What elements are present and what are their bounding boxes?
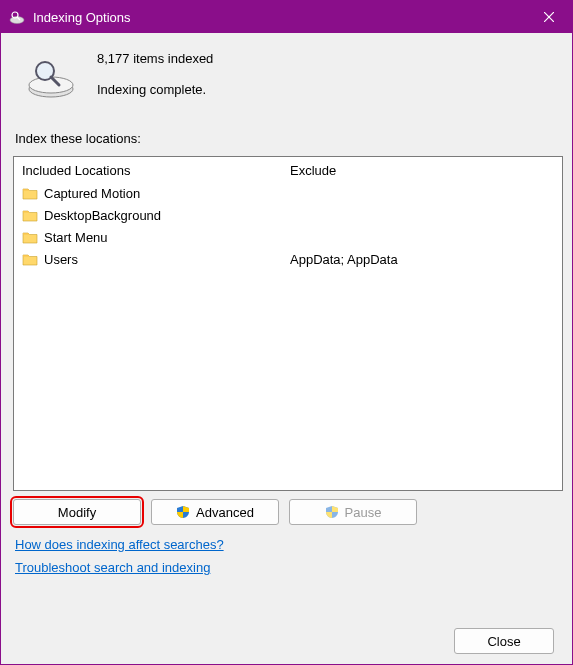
titlebar: Indexing Options <box>1 1 572 33</box>
pause-label: Pause <box>345 505 382 520</box>
list-item[interactable]: Users <box>20 248 276 270</box>
folder-icon <box>22 208 38 222</box>
list-item[interactable]: Captured Motion <box>20 182 276 204</box>
included-column: Included Locations Captured Motion Deskt… <box>14 157 282 490</box>
close-action-button[interactable]: Close <box>454 628 554 654</box>
status-text: 8,177 items indexed Indexing complete. <box>97 49 213 97</box>
modify-label: Modify <box>58 505 96 520</box>
exclude-cell <box>288 182 556 204</box>
indexing-state: Indexing complete. <box>97 82 213 97</box>
close-icon <box>544 12 554 22</box>
advanced-button[interactable]: Advanced <box>151 499 279 525</box>
items-indexed-count: 8,177 items indexed <box>97 51 213 66</box>
location-name: Users <box>44 252 78 267</box>
bottom-row: Close <box>11 620 562 656</box>
svg-point-6 <box>29 77 73 93</box>
location-name: DesktopBackground <box>44 208 161 223</box>
exclude-header: Exclude <box>288 161 556 182</box>
advanced-label: Advanced <box>196 505 254 520</box>
exclude-cell <box>288 226 556 248</box>
exclude-column: Exclude AppData; AppData <box>282 157 562 490</box>
exclude-cell: AppData; AppData <box>288 248 556 270</box>
close-label: Close <box>487 634 520 649</box>
how-indexing-link[interactable]: How does indexing affect searches? <box>15 537 224 552</box>
locations-list[interactable]: Included Locations Captured Motion Deskt… <box>13 156 563 491</box>
button-row: Modify Advanced Pause <box>13 499 562 525</box>
pause-button: Pause <box>289 499 417 525</box>
folder-icon <box>22 186 38 200</box>
indexing-icon <box>9 9 25 25</box>
locations-label: Index these locations: <box>15 131 562 146</box>
search-drive-icon <box>25 53 77 101</box>
included-header: Included Locations <box>20 161 276 182</box>
location-name: Captured Motion <box>44 186 140 201</box>
indexing-options-window: Indexing Options 8,177 items indexed Ind… <box>0 0 573 665</box>
list-item[interactable]: DesktopBackground <box>20 204 276 226</box>
troubleshoot-link[interactable]: Troubleshoot search and indexing <box>15 560 210 575</box>
help-links: How does indexing affect searches? Troub… <box>15 537 562 583</box>
shield-icon <box>325 505 339 519</box>
shield-icon <box>176 505 190 519</box>
folder-icon <box>22 230 38 244</box>
list-item[interactable]: Start Menu <box>20 226 276 248</box>
folder-icon <box>22 252 38 266</box>
modify-button[interactable]: Modify <box>13 499 141 525</box>
location-name: Start Menu <box>44 230 108 245</box>
exclude-cell <box>288 204 556 226</box>
status-row: 8,177 items indexed Indexing complete. <box>25 49 562 101</box>
window-title: Indexing Options <box>33 10 131 25</box>
content-area: 8,177 items indexed Indexing complete. I… <box>1 33 572 664</box>
close-button[interactable] <box>526 1 572 33</box>
